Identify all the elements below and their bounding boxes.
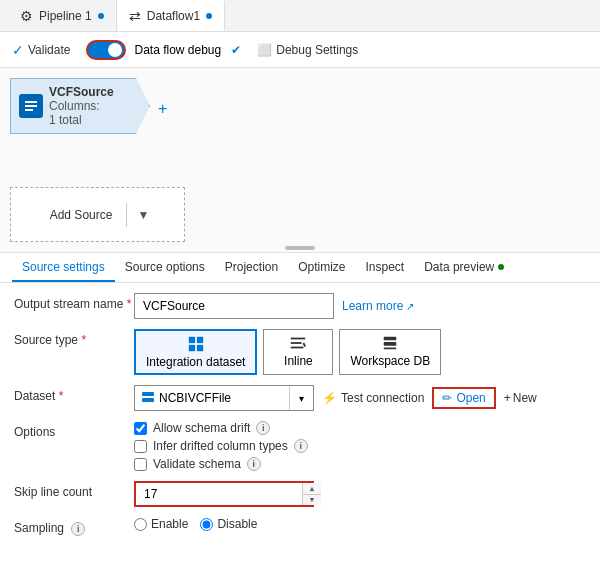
validate-schema-row: Validate schema i [134, 457, 308, 471]
sampling-row: Sampling i Enable Disable [14, 517, 586, 543]
allow-schema-drift-checkbox[interactable] [134, 422, 147, 435]
node-title: VCFSource [49, 85, 141, 99]
test-connection-button[interactable]: ⚡ Test connection [322, 391, 424, 405]
dataset-required: * [59, 389, 64, 403]
pipeline-icon: ⚙ [20, 8, 33, 24]
columns-value: 1 total [49, 113, 82, 127]
tab-data-preview[interactable]: Data preview [414, 253, 514, 282]
sampling-radio-group: Enable Disable [134, 517, 257, 531]
validate-button[interactable]: ✓ Validate [12, 42, 70, 58]
validate-schema-info[interactable]: i [247, 457, 261, 471]
dataset-select[interactable]: NCBIVCFFile ▾ [134, 385, 314, 411]
options-col: Allow schema drift i Infer drifted colum… [134, 421, 308, 471]
tab-dataflow1-label: Dataflow1 [147, 9, 200, 23]
debug-toggle-container: Data flow debug ✔ [86, 40, 241, 60]
svg-rect-3 [197, 345, 203, 351]
dataset-row: Dataset * NCBIVCFFile ▾ ⚡ Test connectio… [14, 385, 586, 411]
source-type-row: Source type * Integration dataset [14, 329, 586, 375]
form-area: Output stream name * Learn more Source t… [0, 283, 600, 563]
tab-projection[interactable]: Projection [215, 253, 288, 282]
svg-rect-1 [197, 337, 203, 343]
output-stream-required: * [127, 297, 132, 311]
svg-rect-4 [291, 338, 305, 340]
plus-button[interactable]: + [158, 100, 167, 118]
options-label: Options [14, 421, 134, 439]
source-type-inline[interactable]: Inline [263, 329, 333, 375]
dataset-content: NCBIVCFFile ▾ ⚡ Test connection ✏ Open +… [134, 385, 586, 411]
tab-inspect[interactable]: Inspect [356, 253, 415, 282]
canvas-area: VCFSource Columns: 1 total + Add Source … [0, 68, 600, 253]
svg-line-7 [304, 343, 306, 347]
svg-rect-12 [142, 398, 154, 402]
toggle-check-icon: ✔ [231, 43, 241, 57]
tab-pipeline1-dot [98, 13, 104, 19]
svg-rect-6 [291, 347, 304, 349]
columns-label: Columns: [49, 99, 100, 113]
tab-source-options[interactable]: Source options [115, 253, 215, 282]
infer-drifted-checkbox[interactable] [134, 440, 147, 453]
source-type-content: Integration dataset Inline [134, 329, 586, 375]
output-stream-label: Output stream name * [14, 293, 134, 311]
sampling-enable-radio[interactable] [134, 518, 147, 531]
debug-settings-icon: ⬜ [257, 43, 272, 57]
settings-tabs: Source settings Source options Projectio… [0, 253, 600, 283]
inline-icon [289, 334, 307, 352]
data-preview-dot [498, 264, 504, 270]
debug-toggle[interactable] [86, 40, 126, 60]
sampling-disable-radio[interactable] [200, 518, 213, 531]
scroll-indicator [285, 246, 315, 250]
skip-line-content: ▲ ▼ [134, 481, 586, 507]
tab-dataflow1-dot [206, 13, 212, 19]
source-type-required: * [81, 333, 86, 347]
open-icon: ✏ [442, 391, 452, 405]
debug-settings-button[interactable]: ⬜ Debug Settings [257, 43, 358, 57]
sampling-disable-option[interactable]: Disable [200, 517, 257, 531]
svg-rect-5 [291, 342, 302, 344]
skip-input-container: ▲ ▼ [134, 481, 314, 507]
skip-down-button[interactable]: ▼ [303, 495, 321, 506]
new-button[interactable]: + New [504, 391, 537, 405]
svg-rect-10 [384, 348, 397, 350]
dataset-chevron[interactable]: ▾ [289, 386, 313, 410]
tab-pipeline1-label: Pipeline 1 [39, 9, 92, 23]
validate-label: Validate [28, 43, 70, 57]
tab-pipeline1[interactable]: ⚙ Pipeline 1 [8, 0, 117, 31]
svg-rect-8 [384, 337, 397, 341]
skip-line-row: Skip line count ▲ ▼ [14, 481, 586, 507]
source-type-workspace-db[interactable]: Workspace DB [339, 329, 441, 375]
svg-rect-11 [142, 392, 154, 396]
test-conn-icon: ⚡ [322, 391, 337, 405]
toolbar: ✓ Validate Data flow debug ✔ ⬜ Debug Set… [0, 32, 600, 68]
sampling-info-icon[interactable]: i [71, 522, 85, 536]
output-stream-row: Output stream name * Learn more [14, 293, 586, 319]
validate-schema-checkbox[interactable] [134, 458, 147, 471]
sampling-enable-option[interactable]: Enable [134, 517, 188, 531]
output-stream-input[interactable] [134, 293, 334, 319]
dataset-label: Dataset * [14, 385, 134, 403]
tab-source-settings[interactable]: Source settings [12, 253, 115, 282]
skip-line-input[interactable] [136, 487, 302, 501]
toggle-label: Data flow debug [134, 43, 221, 57]
tab-dataflow1[interactable]: ⇄ Dataflow1 [117, 0, 225, 31]
svg-rect-2 [189, 345, 195, 351]
add-source-inner: Add Source ▼ [36, 202, 160, 228]
learn-more-link[interactable]: Learn more [342, 299, 414, 313]
options-content: Allow schema drift i Infer drifted colum… [134, 421, 586, 471]
svg-rect-9 [384, 342, 397, 346]
node-icon [19, 94, 43, 118]
svg-rect-0 [189, 337, 195, 343]
source-type-integration[interactable]: Integration dataset [134, 329, 257, 375]
skip-spinner: ▲ ▼ [302, 483, 321, 505]
add-source-arrow[interactable]: ▼ [127, 202, 159, 228]
vcf-source-node[interactable]: VCFSource Columns: 1 total [10, 78, 150, 134]
tab-optimize[interactable]: Optimize [288, 253, 355, 282]
infer-drifted-info[interactable]: i [294, 439, 308, 453]
skip-line-label: Skip line count [14, 481, 134, 499]
tabs-bar: ⚙ Pipeline 1 ⇄ Dataflow1 [0, 0, 600, 32]
allow-schema-drift-info[interactable]: i [256, 421, 270, 435]
open-button[interactable]: ✏ Open [432, 387, 495, 409]
skip-up-button[interactable]: ▲ [303, 483, 321, 495]
output-stream-content: Learn more [134, 293, 586, 319]
sampling-content: Enable Disable [134, 517, 586, 531]
add-source-label[interactable]: Add Source [36, 202, 127, 228]
